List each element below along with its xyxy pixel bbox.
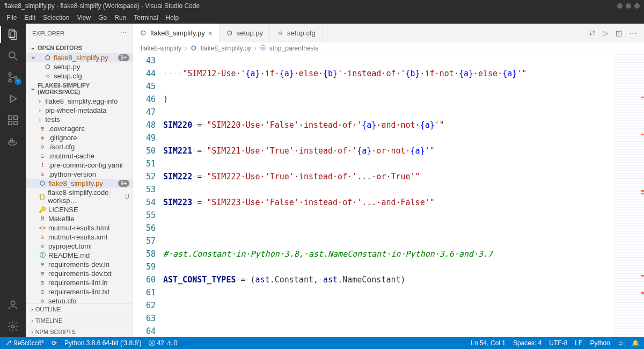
menu-view[interactable]: View (74, 13, 94, 23)
docker-icon[interactable] (6, 135, 19, 148)
file-item[interactable]: !.pre-commit-config.yaml (26, 161, 133, 170)
folder-item[interactable]: flake8_simplify.egg-info (26, 97, 133, 106)
file-item[interactable]: ≡.coveragerc (26, 124, 133, 133)
file-item[interactable]: ≡requirements-dev.txt (26, 269, 133, 278)
file-item[interactable]: ⬡flake8_simplify.py9+ (26, 179, 133, 188)
account-icon[interactable] (6, 299, 19, 311)
menu-go[interactable]: Go (95, 13, 110, 23)
status-spaces[interactable]: Spaces: 4 (513, 339, 541, 347)
line-number[interactable]: 48 (133, 119, 156, 132)
breadcrumb-item[interactable]: flake8-simplify (141, 45, 181, 52)
line-number[interactable]: 49 (133, 132, 156, 144)
close-icon[interactable]: × (31, 54, 35, 62)
line-number[interactable]: 47 (133, 106, 156, 119)
file-item[interactable]: ⓘREADME.md (26, 251, 133, 260)
line-number[interactable]: 58 (133, 248, 156, 260)
file-item[interactable]: ≡.python-version (26, 170, 133, 179)
minimap[interactable] (614, 54, 644, 337)
run-debug-icon[interactable] (6, 92, 19, 105)
source-control-icon[interactable]: 1 (6, 71, 19, 84)
file-item[interactable]: 🔑LICENSE (26, 205, 133, 214)
tab[interactable]: ⬡setup.py (219, 24, 270, 42)
line-number[interactable]: 45 (133, 80, 156, 93)
more-icon[interactable]: ⋯ (630, 29, 636, 37)
extensions-icon[interactable] (6, 114, 19, 127)
status-sync-icon[interactable]: ⟳ (52, 339, 57, 347)
line-number[interactable]: 52 (133, 170, 156, 183)
menu-help[interactable]: Help (163, 13, 182, 23)
file-item[interactable]: <>mutmut-results.html (26, 223, 133, 232)
status-branch[interactable]: ⎇ 9e5c0cc6* (4, 339, 44, 347)
line-number[interactable]: 59 (133, 260, 156, 273)
folder-item[interactable]: pip-wheel-metadata (26, 106, 133, 115)
menu-file[interactable]: File (3, 13, 20, 23)
line-number[interactable]: 62 (133, 299, 156, 312)
line-number[interactable]: 60 (133, 273, 156, 286)
status-python[interactable]: Python 3.8.6 64-bit ('3.8.6') (64, 339, 141, 347)
tab[interactable]: ⚙setup.cfg (270, 24, 323, 42)
line-number[interactable]: 64 (133, 325, 156, 337)
status-language[interactable]: Python (590, 339, 610, 347)
compare-changes-icon[interactable]: ⇄ (589, 29, 595, 37)
open-editor-item[interactable]: ×⬡flake8_simplify.py9+ (26, 53, 133, 62)
status-bell-icon[interactable]: 🔔 (632, 339, 640, 347)
tab[interactable]: ⬡flake8_simplify.py× (133, 24, 219, 42)
tab-close-icon[interactable]: × (208, 29, 213, 38)
open-editor-item[interactable]: ⚙setup.cfg (26, 71, 133, 81)
file-item[interactable]: ≡requirements-lint.in (26, 278, 133, 287)
line-number[interactable]: 44 (133, 67, 156, 80)
file-item[interactable]: ≡requirements-dev.in (26, 260, 133, 269)
status-eol[interactable]: LF (575, 339, 582, 347)
split-editor-icon[interactable]: ◫ (616, 29, 622, 37)
window-controls[interactable] (617, 3, 640, 9)
folder-item[interactable]: tests (26, 115, 133, 124)
menu-edit[interactable]: Edit (21, 13, 39, 23)
file-item[interactable]: ≡.mutmut-cache (26, 151, 133, 161)
line-number[interactable]: 57 (133, 235, 156, 248)
file-item[interactable]: {}flake8-simplify.code-worksp…U (26, 188, 133, 205)
line-number[interactable]: 50 (133, 144, 156, 157)
file-icon: ≡ (39, 261, 46, 268)
menu-run[interactable]: Run (111, 13, 129, 23)
status-feedback-icon[interactable]: ☺ (618, 339, 624, 347)
line-number[interactable]: 61 (133, 286, 156, 299)
status-problems[interactable]: ⓧ 42 ⚠ 0 (149, 339, 177, 348)
breadcrumb-item[interactable]: strip_parenthesis (269, 45, 318, 52)
file-item[interactable]: ⚙setup.cfg (26, 296, 133, 303)
section-timeline[interactable]: TIMELINE (26, 315, 133, 326)
status-encoding[interactable]: UTF-8 (549, 339, 567, 347)
breadcrumb[interactable]: flake8-simplify› ⬡flake8_simplify.py› ⦿s… (133, 42, 644, 54)
code-content[interactable]: ····"SIM212·Use·'{a}·if·{a}·else·{b}'·in… (163, 54, 614, 337)
section-npm-scripts[interactable]: NPM SCRIPTS (26, 326, 133, 337)
line-number[interactable]: 63 (133, 312, 156, 325)
open-editors-section[interactable]: OPEN EDITORS (26, 42, 133, 53)
section-outline[interactable]: OUTLINE (26, 303, 133, 315)
file-item[interactable]: MMakefile (26, 214, 133, 223)
explorer-more-icon[interactable]: ⋯ (120, 30, 126, 37)
open-editor-item[interactable]: ⬡setup.py (26, 62, 133, 71)
file-icon: ⚙ (39, 297, 46, 303)
line-number[interactable]: 46 (133, 93, 156, 106)
run-icon[interactable]: ▷ (603, 29, 608, 37)
line-number[interactable]: 55 (133, 209, 156, 222)
line-number[interactable]: 51 (133, 157, 156, 170)
settings-gear-icon[interactable] (6, 320, 19, 333)
file-icon: ⚙ (39, 243, 46, 250)
line-number[interactable]: 54 (133, 196, 156, 209)
file-item[interactable]: ◆.gitignore (26, 133, 133, 142)
line-gutter[interactable]: 4344454647484950515253545556575859606162… (133, 54, 163, 337)
file-item[interactable]: ≡requirements-lint.txt (26, 287, 133, 296)
menu-selection[interactable]: Selection (40, 13, 72, 23)
workspace-section[interactable]: FLAKE8-SIMPLIFY (WORKSPACE) (26, 81, 133, 97)
line-number[interactable]: 53 (133, 183, 156, 196)
menu-terminal[interactable]: Terminal (130, 13, 161, 23)
breadcrumb-item[interactable]: flake8_simplify.py (201, 45, 251, 52)
search-icon[interactable] (6, 49, 19, 62)
file-item[interactable]: ⚙pyproject.toml (26, 242, 133, 251)
file-item[interactable]: ≋mutmut-results.xml (26, 232, 133, 242)
line-number[interactable]: 43 (133, 54, 156, 67)
file-item[interactable]: ⚙.isort.cfg (26, 142, 133, 151)
status-cursor[interactable]: Ln 54, Col 1 (471, 339, 506, 347)
line-number[interactable]: 56 (133, 222, 156, 235)
explorer-icon[interactable] (6, 28, 19, 41)
